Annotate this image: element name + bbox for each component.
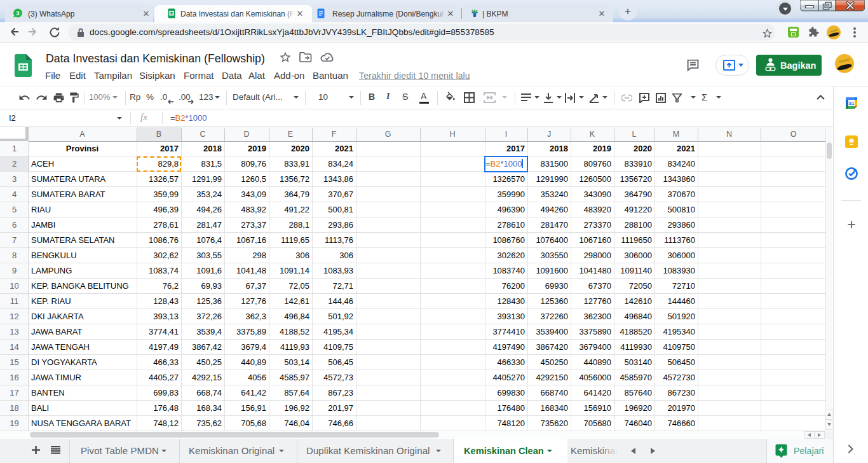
svg-text:3: 3: [16, 10, 19, 17]
svg-text:31: 31: [849, 100, 855, 106]
